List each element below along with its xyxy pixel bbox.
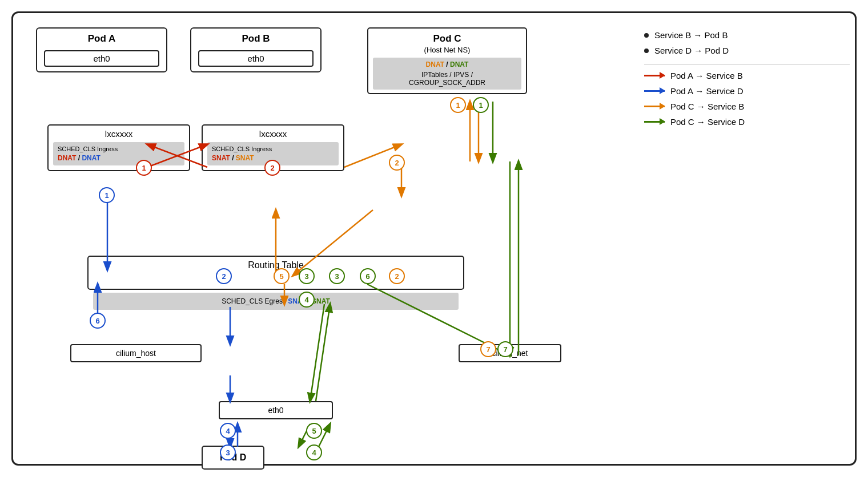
legend-bullet-1: Service B → Pod B [644,30,850,40]
circle-green-4b: 4 [306,444,322,460]
circle-blue-3: 3 [220,444,236,460]
circle-blue-4: 4 [220,423,236,439]
circle-blue-2: 2 [216,268,232,284]
pod-c-subtitle: (Host Net NS) [368,46,526,54]
lxc-a-inner: SCHED_CLS Ingress DNAT / DNAT [53,142,184,165]
lxc-a-sched: SCHED_CLS Ingress [58,145,180,152]
circle-green-4: 4 [299,292,315,308]
legend-bullet-2-text: Service D → Pod D [654,46,729,55]
circle-orange-5: 5 [274,268,290,284]
circle-green-1c: 1 [473,97,489,113]
pod-b-box: Pod B eth0 [190,27,322,72]
legend-bullet-2: Service D → Pod D [644,46,850,55]
lxc-a-box: lxcxxxx SCHED_CLS Ingress DNAT / DNAT [47,124,190,171]
svg-line-19 [310,304,324,401]
legend-dot-2 [644,48,649,53]
circle-green-3l: 3 [299,268,315,284]
legend-arrow-blue: Pod A → Service D [644,86,850,96]
legend-arrow-blue-icon [644,90,665,92]
cilium-host-label: cilium_host [116,349,156,358]
legend-arrow-green: Pod C → Service D [644,117,850,127]
legend-arrow-green-text: Pod C → Service D [670,117,745,127]
eth0-bottom-label: eth0 [268,406,283,415]
diagram: Pod A eth0 Pod B eth0 Pod C (Host Net NS… [13,13,641,467]
legend-arrow-green-icon [644,121,665,123]
legend-arrow-blue-text: Pod A → Service D [670,86,744,96]
lxc-b-snat-red: SNAT [212,154,230,162]
legend-arrow-red-icon [644,75,665,76]
pod-b-eth: eth0 [198,50,314,67]
lxc-b-sched: SCHED_CLS Ingress [212,145,334,152]
lxc-a-title: lxcxxxx [49,126,189,140]
legend-arrow-red: Pod A → Service B [644,71,850,80]
circle-green-6r: 6 [360,268,376,284]
svg-line-20 [316,304,330,401]
legend-arrow-orange: Pod C → Service B [644,102,850,111]
pod-c-dnat-green: DNAT [450,60,468,68]
pod-c-iptables: IPTables / IPVS / [376,71,518,79]
pod-c-inner: Pod C (Host Net NS) [368,29,526,54]
lxc-b-title: lxcxxxx [203,126,343,140]
circle-green-7: 7 [497,341,513,357]
circle-red-2b: 2 [264,160,280,176]
cilium-host-box: cilium_host [70,344,202,362]
circle-orange-7: 7 [480,341,496,357]
legend-arrow-red-text: Pod A → Service B [670,71,743,80]
circle-orange-1c: 1 [450,97,466,113]
lxc-a-dnat-red: DNAT [58,154,76,162]
circle-orange-2c: 2 [389,155,405,171]
pod-c-cgroup: CGROUP_SOCK_ADDR [376,79,518,87]
circle-blue-6: 6 [90,313,106,329]
circle-orange-2r: 2 [389,268,405,284]
pod-a-box: Pod A eth0 [36,27,167,72]
eth0-bottom-box: eth0 [219,401,333,419]
pod-a-eth: eth0 [44,50,159,67]
legend-bullet-1-text: Service B → Pod B [654,30,728,40]
main-container: Pod A eth0 Pod B eth0 Pod C (Host Net NS… [11,11,857,466]
legend-dot-1 [644,33,649,38]
circle-green-5: 5 [306,423,322,439]
legend-arrow-orange-icon [644,106,665,107]
lxc-b-snat-orange: SNAT [236,154,254,162]
pod-c-box: Pod C (Host Net NS) DNAT / DNAT IPTables… [367,27,527,94]
arrows-svg [13,13,641,467]
circle-blue-1: 1 [99,187,115,203]
circle-red-1a: 1 [136,160,152,176]
sched-egress-label: SCHED_CLS Egress [222,297,286,305]
lxc-a-dnat-blue: DNAT [82,154,100,162]
pod-c-dnat-orange: DNAT [426,60,444,68]
pod-a-title: Pod A [37,29,166,46]
pod-c-host-inner: DNAT / DNAT IPTables / IPVS / CGROUP_SOC… [373,58,521,90]
pod-c-title: Pod C [368,29,526,46]
legend-arrow-orange-text: Pod C → Service B [670,102,744,111]
pod-b-title: Pod B [191,29,320,46]
legend: Service B → Pod B Service D → Pod D Pod … [644,30,850,132]
circle-green-3r: 3 [329,268,345,284]
sched-egress-bar: SCHED_CLS Egress SNAT / SNAT [93,293,459,310]
